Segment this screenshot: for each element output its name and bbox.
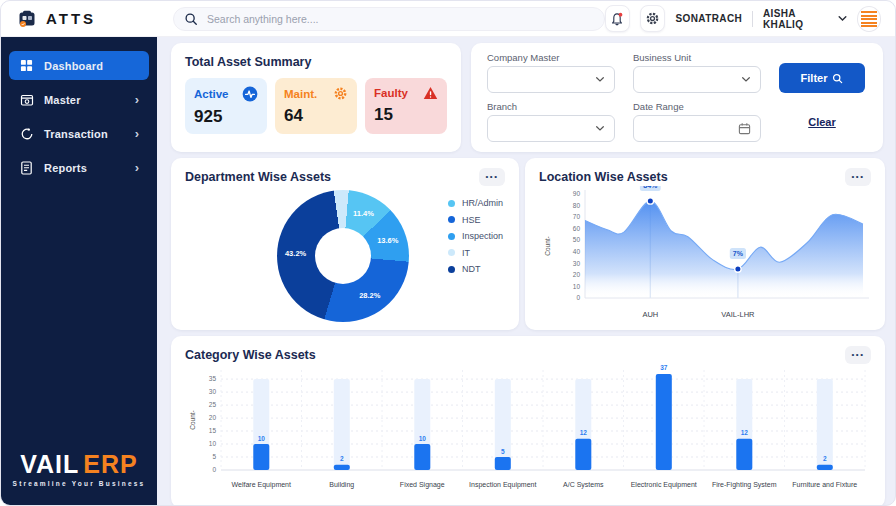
- legend-dot-icon: [448, 216, 455, 223]
- stat-label: Maint.: [284, 88, 317, 100]
- svg-text:50: 50: [573, 236, 581, 243]
- bar-furniture-and-fixture: [817, 465, 833, 470]
- svg-text:5: 5: [212, 453, 216, 460]
- stat-value: 64: [284, 106, 348, 126]
- svg-text:15: 15: [209, 427, 217, 434]
- bar-inspection-equipment: [495, 457, 511, 470]
- avatar-logo: [861, 11, 877, 27]
- field-label: Branch: [487, 101, 615, 112]
- more-button[interactable]: •••: [845, 346, 871, 364]
- vail-erp-logo: VAILERP Streamline Your Business: [1, 452, 157, 487]
- y-axis-label: Count-: [189, 410, 196, 430]
- card-title: Category Wise Assets: [185, 348, 316, 362]
- chevron-right-icon: ›: [135, 95, 139, 105]
- settings-button[interactable]: [640, 5, 665, 32]
- brand-secondary: ERP: [83, 450, 137, 478]
- company-master-select[interactable]: [487, 66, 615, 93]
- donut-slice-label: 43.2%: [285, 248, 306, 257]
- bar-welfare-equipment: [253, 444, 269, 470]
- bar-value-label: 12: [741, 429, 749, 436]
- calendar-icon: [738, 122, 751, 135]
- department-wise-assets-card: Department Wise Assets ••• 11.4%13.6%28.…: [171, 158, 519, 330]
- topbar: ATTS: [1, 1, 895, 37]
- sidebar-item-reports[interactable]: Reports ›: [9, 153, 149, 182]
- more-icon: •••: [852, 351, 865, 359]
- sidebar: Dashboard Master › Transaction › Reports…: [1, 37, 157, 505]
- app-logo: ATTS: [1, 9, 157, 29]
- legend-item[interactable]: Inspection: [448, 231, 503, 241]
- bar-value-label: 10: [419, 435, 427, 442]
- svg-text:90: 90: [573, 190, 581, 197]
- svg-text:80: 80: [573, 202, 581, 209]
- activity-icon: [242, 86, 258, 102]
- legend-dot-icon: [448, 200, 455, 207]
- notifications-button[interactable]: [605, 5, 630, 32]
- field-date-range: Date Range: [633, 101, 761, 142]
- bar-value-label: 2: [823, 455, 827, 462]
- company-name: SONATRACH: [675, 13, 742, 24]
- card-title: Location Wise Assets: [539, 170, 668, 184]
- user-menu[interactable]: AISHA KHALIQ: [763, 8, 847, 30]
- svg-text:10: 10: [573, 283, 581, 290]
- filter-button[interactable]: Filter: [779, 63, 865, 93]
- svg-text:70: 70: [573, 213, 581, 220]
- user-name: AISHA KHALIQ: [763, 8, 833, 30]
- bar-fixed-signage: [414, 444, 430, 470]
- svg-text:35: 35: [209, 375, 217, 382]
- search-input[interactable]: [205, 12, 594, 26]
- summary-title: Total Asset Summary: [185, 55, 447, 69]
- area-fill: [585, 201, 863, 298]
- reports-document-icon: [19, 160, 34, 175]
- chevron-right-icon: ›: [135, 163, 139, 173]
- bar-chart: 05101520253035Count-10Welfare Equipment2…: [185, 364, 871, 498]
- sidebar-item-dashboard[interactable]: Dashboard: [9, 51, 149, 80]
- bar-value-label: 2: [340, 455, 344, 462]
- sidebar-item-transaction[interactable]: Transaction ›: [9, 119, 149, 148]
- card-title: Department Wise Assets: [185, 170, 331, 184]
- search-icon: [832, 73, 843, 84]
- more-button[interactable]: •••: [479, 168, 505, 186]
- field-business-unit: Business Unit: [633, 52, 761, 93]
- bar-value-label: 5: [501, 448, 505, 455]
- bottom-row: Category Wise Assets ••• 05101520253035C…: [171, 336, 883, 505]
- chevron-down-icon: [741, 76, 751, 83]
- bar-value-label: 10: [258, 435, 266, 442]
- field-label: Business Unit: [633, 52, 761, 63]
- stat-value: 15: [374, 105, 438, 125]
- branch-select[interactable]: [487, 115, 615, 142]
- date-range-input[interactable]: [633, 115, 761, 142]
- category-wise-assets-card: Category Wise Assets ••• 05101520253035C…: [171, 336, 885, 505]
- x-axis-label: Inspection Equipment: [469, 481, 536, 489]
- x-axis-label: Electronic Equipment: [631, 481, 697, 489]
- stat-faulty: Faulty 15: [365, 78, 447, 134]
- divider: [752, 11, 753, 27]
- x-axis-label: Furniture and Fixture: [792, 481, 857, 488]
- sidebar-item-master[interactable]: Master ›: [9, 85, 149, 114]
- field-company-master: Company Master: [487, 52, 615, 93]
- legend-item[interactable]: HSE: [448, 215, 503, 225]
- legend-item[interactable]: NDT: [448, 264, 503, 274]
- middle-row: Department Wise Assets ••• 11.4%13.6%28.…: [171, 158, 883, 330]
- bell-icon: [609, 11, 625, 27]
- y-axis-label: Count-: [544, 236, 551, 256]
- bar-building: [334, 465, 350, 470]
- search-bar[interactable]: [173, 7, 605, 31]
- area-chart: 0102030405060708090Count-84%7%AUHVAIL-LH…: [539, 186, 871, 328]
- legend-item[interactable]: HR/Admin: [448, 198, 503, 208]
- more-button[interactable]: •••: [845, 168, 871, 186]
- avatar[interactable]: [857, 6, 881, 32]
- app-title: ATTS: [46, 10, 96, 27]
- business-unit-select[interactable]: [633, 66, 761, 93]
- data-point: [735, 266, 741, 272]
- field-label: Date Range: [633, 101, 761, 112]
- donut-slice-label: 11.4%: [353, 209, 374, 218]
- gear-icon: [333, 86, 348, 101]
- svg-text:40: 40: [573, 248, 581, 255]
- legend-item[interactable]: IT: [448, 248, 503, 258]
- chevron-down-icon: [595, 76, 605, 83]
- filter-card: Company Master Business Unit Filter: [471, 43, 883, 152]
- clear-link[interactable]: Clear: [808, 116, 836, 128]
- donut-slice-label: 28.2%: [359, 291, 380, 300]
- sidebar-item-label: Master: [44, 94, 81, 106]
- sidebar-item-label: Dashboard: [44, 60, 103, 72]
